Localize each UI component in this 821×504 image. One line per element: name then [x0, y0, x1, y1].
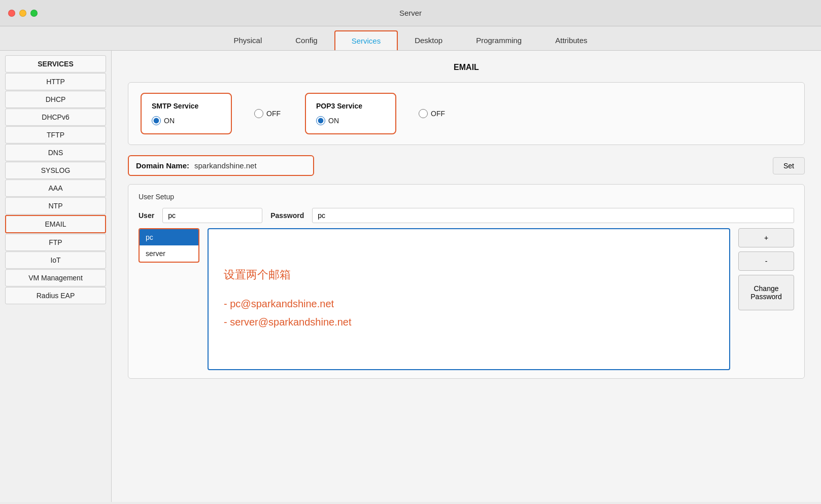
smtp-on-radio[interactable]	[152, 116, 161, 125]
user-pass-row: User Password	[139, 208, 794, 223]
action-buttons: + - Change Password	[738, 228, 794, 310]
tab-services[interactable]: Services	[334, 30, 398, 50]
set-button[interactable]: Set	[773, 157, 805, 174]
sidebar-item-dhcp[interactable]: DHCP	[5, 91, 106, 108]
annotation-chinese: 设置两个邮箱	[224, 267, 714, 282]
section-title: EMAIL	[128, 63, 805, 72]
smtp-off-radio[interactable]	[254, 109, 263, 118]
user-list-outer: pc server 设置两个邮箱 - pc@sparkandshine.net …	[139, 228, 794, 370]
smtp-pop3-row: SMTP Service ON OFF P	[141, 93, 457, 134]
pop3-on-row: ON	[316, 116, 385, 125]
sidebar-item-http[interactable]: HTTP	[5, 73, 106, 90]
sidebar-item-ftp[interactable]: FTP	[5, 234, 106, 251]
pop3-service-title: POP3 Service	[316, 102, 385, 110]
smtp-off-area: OFF	[254, 109, 281, 118]
user-list-item-server[interactable]: server	[140, 245, 198, 262]
domain-input[interactable]	[194, 161, 306, 170]
pop3-off-radio[interactable]	[419, 109, 428, 118]
sidebar-item-services-header[interactable]: SERVICES	[5, 55, 106, 73]
smtp-off-row: OFF	[254, 109, 281, 118]
password-input[interactable]	[312, 208, 794, 223]
sidebar-item-vm-management[interactable]: VM Management	[5, 269, 106, 286]
annotation-email-1: - pc@sparkandshine.net	[224, 295, 714, 313]
user-field-label: User	[139, 211, 154, 220]
smtp-on-label: ON	[164, 117, 175, 125]
user-list-highlighted: pc server	[139, 228, 199, 263]
sidebar-item-dns[interactable]: DNS	[5, 144, 106, 161]
sidebar-item-dhcpv6[interactable]: DHCPv6	[5, 109, 106, 126]
pop3-on-label: ON	[328, 117, 339, 125]
pop3-off-row: OFF	[419, 109, 445, 118]
tab-config[interactable]: Config	[279, 30, 334, 50]
sidebar-item-syslog[interactable]: SYSLOG	[5, 162, 106, 179]
smtp-service-box: SMTP Service ON	[141, 93, 232, 134]
change-button[interactable]: Change Password	[738, 275, 794, 310]
main-layout: SERVICES HTTP DHCP DHCPv6 TFTP DNS SYSLO…	[0, 51, 821, 502]
smtp-service-title: SMTP Service	[152, 102, 221, 110]
pop3-on-radio[interactable]	[316, 116, 325, 125]
sidebar-item-ntp[interactable]: NTP	[5, 197, 106, 214]
domain-name-row: Domain Name: Set	[128, 155, 805, 176]
tab-programming[interactable]: Programming	[459, 30, 538, 50]
close-button[interactable]	[8, 10, 15, 17]
annotation-area: 设置两个邮箱 - pc@sparkandshine.net - server@s…	[208, 228, 730, 370]
tabs-bar: Physical Config Services Desktop Program…	[0, 26, 821, 51]
sidebar-item-iot[interactable]: IoT	[5, 251, 106, 269]
titlebar: Server	[0, 0, 821, 26]
sidebar-item-email[interactable]: EMAIL	[5, 215, 106, 233]
password-label: Password	[747, 293, 785, 301]
smtp-on-row: ON	[152, 116, 221, 125]
minimize-button[interactable]	[19, 10, 26, 17]
maximize-button[interactable]	[30, 10, 38, 17]
tab-physical[interactable]: Physical	[217, 30, 279, 50]
tab-attributes[interactable]: Attributes	[538, 30, 604, 50]
content-area: EMAIL SMTP Service ON OFF	[112, 51, 821, 502]
user-list-item-pc[interactable]: pc	[140, 229, 198, 245]
window-title: Server	[399, 9, 422, 17]
user-list-column: pc server	[139, 228, 199, 263]
pop3-off-area: OFF	[419, 109, 445, 118]
domain-name-box: Domain Name:	[128, 155, 314, 176]
email-services-panel: SMTP Service ON OFF P	[128, 82, 805, 145]
titlebar-buttons	[8, 10, 38, 17]
user-setup-title: User Setup	[139, 193, 794, 201]
remove-button[interactable]: -	[738, 251, 794, 271]
user-input[interactable]	[162, 208, 262, 223]
user-setup-container: User Setup User Password pc server	[128, 184, 805, 379]
sidebar-item-aaa[interactable]: AAA	[5, 179, 106, 197]
sidebar: SERVICES HTTP DHCP DHCPv6 TFTP DNS SYSLO…	[0, 51, 112, 502]
password-field-label: Password	[270, 211, 304, 220]
annotation-email-2: - server@sparkandshine.net	[224, 313, 714, 331]
smtp-off-label: OFF	[266, 110, 281, 118]
annotation-emails: - pc@sparkandshine.net - server@sparkand…	[224, 295, 714, 331]
add-button[interactable]: +	[738, 228, 794, 247]
change-label: Change	[747, 284, 785, 293]
domain-label: Domain Name:	[136, 161, 189, 170]
sidebar-item-radius-eap[interactable]: Radius EAP	[5, 287, 106, 304]
sidebar-item-tftp[interactable]: TFTP	[5, 126, 106, 143]
pop3-off-label: OFF	[431, 110, 445, 118]
pop3-service-box: POP3 Service ON	[305, 93, 396, 134]
tab-desktop[interactable]: Desktop	[398, 30, 459, 50]
